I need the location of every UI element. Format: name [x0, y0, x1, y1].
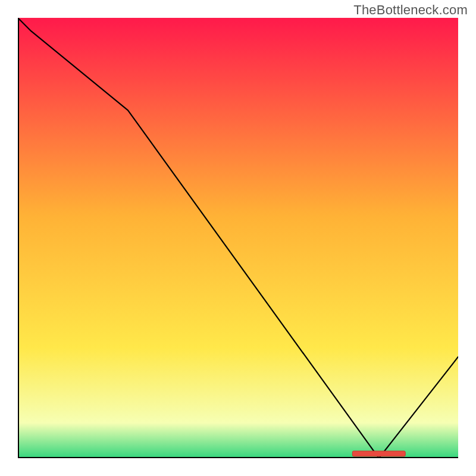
chart-container: TheBottleneck.com: [0, 0, 476, 476]
plot-area: [18, 18, 458, 458]
chart-svg: [18, 18, 458, 458]
watermark-text: TheBottleneck.com: [353, 2, 468, 18]
chart-background: [18, 18, 458, 458]
annotation-marker: [352, 451, 405, 456]
